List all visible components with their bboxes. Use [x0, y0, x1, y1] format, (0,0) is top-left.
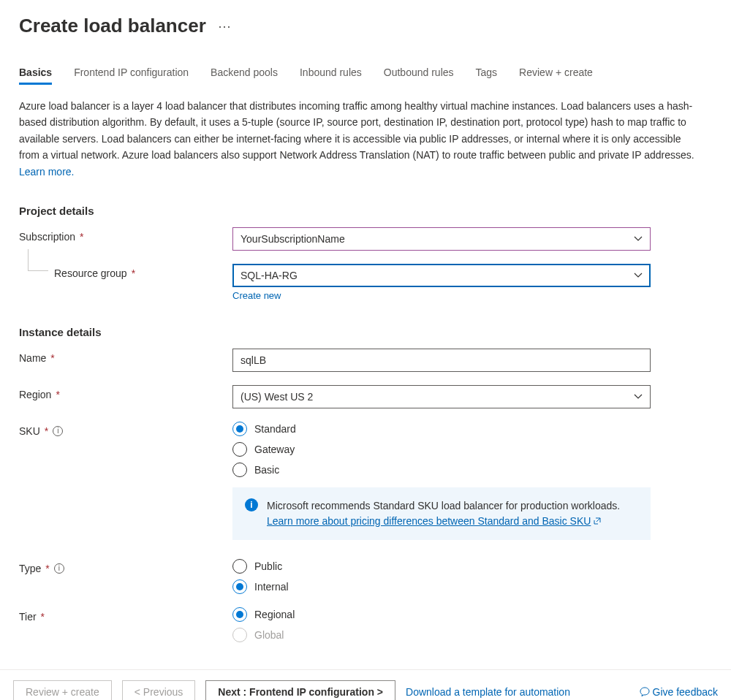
give-feedback-link[interactable]: Give feedback [653, 686, 719, 698]
tab-backend-pools[interactable]: Backend pools [211, 66, 278, 85]
review-create-button[interactable]: Review + create [13, 680, 112, 700]
required-marker: * [50, 352, 54, 364]
tab-basics[interactable]: Basics [19, 66, 52, 85]
type-radio-group: Public Internal [232, 559, 651, 594]
sku-radio-group: Standard Gateway Basic [232, 422, 651, 477]
type-radio-internal[interactable]: Internal [232, 579, 651, 594]
info-icon[interactable]: i [54, 563, 64, 574]
project-details-heading: Project details [19, 205, 712, 217]
intro-body: Azure load balancer is a layer 4 load ba… [19, 100, 694, 161]
create-new-rg-link[interactable]: Create new [232, 290, 281, 301]
next-button[interactable]: Next : Frontend IP configuration > [205, 680, 395, 700]
download-template-link[interactable]: Download a template for automation [406, 686, 570, 698]
type-option-label: Public [254, 560, 282, 572]
tab-frontend-ip[interactable]: Frontend IP configuration [74, 66, 189, 85]
feedback-icon [640, 687, 650, 697]
tab-tags[interactable]: Tags [476, 66, 498, 85]
subscription-value: YourSubscriptionName [240, 233, 345, 245]
type-label: Type [19, 563, 41, 574]
type-radio-public[interactable]: Public [232, 559, 651, 574]
info-icon[interactable]: i [53, 426, 63, 436]
chevron-down-icon [634, 392, 643, 401]
sku-label: SKU [19, 425, 40, 437]
sku-option-label: Basic [254, 464, 279, 476]
learn-more-link[interactable]: Learn more. [19, 166, 74, 178]
name-input[interactable]: sqlLB [232, 349, 651, 372]
chevron-down-icon [634, 235, 643, 243]
resource-group-label: Resource group [54, 267, 127, 279]
name-value: sqlLB [240, 354, 266, 366]
tier-option-label: Global [254, 629, 284, 641]
required-marker: * [45, 425, 48, 437]
sku-info-text: Microsoft recommends Standard SKU load b… [267, 500, 620, 511]
subscription-label: Subscription [19, 231, 75, 243]
region-label: Region [19, 389, 51, 400]
tier-radio-global: Global [232, 628, 651, 642]
tier-radio-regional[interactable]: Regional [232, 607, 651, 622]
info-icon: i [245, 498, 258, 511]
required-marker: * [56, 389, 59, 400]
page-title: Create load balancer [19, 15, 206, 37]
required-marker: * [41, 611, 45, 623]
sku-option-label: Standard [254, 423, 296, 435]
tab-outbound-rules[interactable]: Outbound rules [384, 66, 454, 85]
required-marker: * [80, 231, 83, 243]
region-select[interactable]: (US) West US 2 [232, 385, 651, 408]
instance-details-heading: Instance details [19, 326, 712, 338]
region-value: (US) West US 2 [240, 391, 313, 403]
wizard-footer: Review + create < Previous Next : Fronte… [0, 669, 731, 700]
sku-radio-basic[interactable]: Basic [232, 463, 651, 477]
sku-info-callout: i Microsoft recommends Standard SKU load… [232, 487, 651, 540]
external-link-icon [594, 514, 601, 521]
name-label: Name [19, 352, 46, 364]
sku-radio-gateway[interactable]: Gateway [232, 442, 651, 457]
previous-button[interactable]: < Previous [122, 680, 196, 700]
tree-connector-icon [28, 249, 48, 271]
subscription-select[interactable]: YourSubscriptionName [232, 227, 651, 251]
tier-label: Tier [19, 611, 37, 623]
sku-radio-standard[interactable]: Standard [232, 422, 651, 436]
sku-option-label: Gateway [254, 444, 295, 455]
resource-group-select[interactable]: SQL-HA-RG [232, 264, 651, 287]
wizard-tabs: Basics Frontend IP configuration Backend… [19, 66, 712, 85]
resource-group-value: SQL-HA-RG [240, 270, 298, 281]
required-marker: * [132, 267, 135, 279]
more-actions-button[interactable]: ⋯ [218, 18, 232, 34]
intro-text: Azure load balancer is a layer 4 load ba… [19, 98, 699, 180]
sku-info-link[interactable]: Learn more about pricing differences bet… [267, 515, 601, 527]
type-option-label: Internal [254, 581, 289, 593]
chevron-down-icon [634, 271, 643, 280]
tier-option-label: Regional [254, 609, 295, 620]
tab-inbound-rules[interactable]: Inbound rules [300, 66, 362, 85]
tab-review-create[interactable]: Review + create [519, 66, 593, 85]
tier-radio-group: Regional Global [232, 607, 651, 642]
required-marker: * [45, 563, 49, 574]
